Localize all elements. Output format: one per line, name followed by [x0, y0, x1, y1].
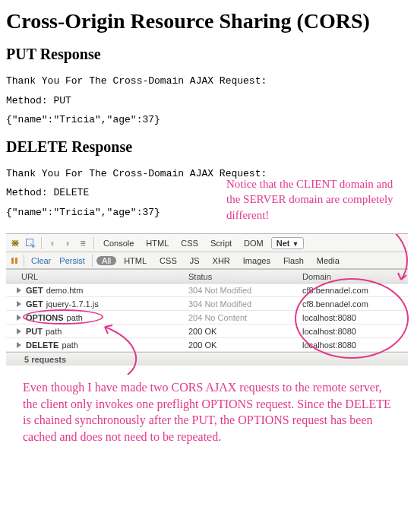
col-header-status[interactable]: Status	[188, 272, 302, 281]
network-table: URL Status Domain GET demo.htm304 Not Mo…	[6, 269, 408, 366]
put-body: {"name":"Tricia","age":37}	[6, 112, 408, 128]
row-url: PUT path	[6, 327, 188, 336]
filter-js[interactable]: JS	[185, 256, 205, 265]
row-domain: localhost:8080	[302, 313, 408, 322]
put-method: Method: PUT	[6, 93, 408, 109]
tab-console[interactable]: Console	[99, 238, 138, 249]
filter-css[interactable]: CSS	[154, 256, 182, 265]
row-url: DELETE path	[6, 340, 188, 350]
row-domain: cf8.bennadel.com	[302, 286, 408, 295]
row-domain: localhost:8080	[302, 327, 408, 336]
expand-triangle-icon[interactable]	[17, 342, 21, 348]
put-heading: PUT Response	[6, 46, 408, 63]
request-method: DELETE	[26, 340, 58, 350]
expand-triangle-icon[interactable]	[17, 301, 21, 307]
separator	[93, 237, 94, 249]
request-method: OPTIONS	[26, 313, 64, 322]
table-footer: 5 requests	[6, 352, 408, 366]
expand-triangle-icon[interactable]	[17, 315, 21, 321]
devtools-toolbar-1: ‹ › ≡ Console HTML CSS Script DOM Net▼	[6, 234, 408, 252]
table-row[interactable]: OPTIONS path204 No Contentlocalhost:8080	[6, 311, 408, 325]
expand-triangle-icon[interactable]	[17, 287, 21, 293]
separator	[41, 237, 42, 249]
delete-heading: DELETE Response	[6, 138, 408, 156]
row-status: 304 Not Modified	[188, 299, 302, 309]
page-title: Cross-Origin Resource Sharing (CORS)	[6, 9, 408, 33]
chevron-down-icon: ▼	[292, 240, 299, 248]
nav-fwd-icon[interactable]: ›	[62, 237, 74, 249]
tab-script[interactable]: Script	[206, 238, 236, 249]
request-method: GET	[26, 299, 43, 309]
svg-rect-6	[15, 258, 17, 264]
table-row[interactable]: PUT path200 OKlocalhost:8080	[6, 325, 408, 338]
row-domain: cf8.bennadel.com	[302, 299, 408, 309]
tab-net-label: Net	[277, 239, 290, 248]
row-url: OPTIONS path	[6, 313, 188, 322]
tab-net[interactable]: Net▼	[271, 237, 305, 249]
tab-html[interactable]: HTML	[141, 238, 173, 249]
separator	[92, 255, 93, 267]
filter-media[interactable]: Media	[311, 256, 345, 265]
request-url: path	[62, 340, 77, 350]
separator	[24, 255, 24, 267]
col-header-url[interactable]: URL	[6, 272, 188, 281]
col-header-domain[interactable]: Domain	[302, 272, 408, 281]
tab-css[interactable]: CSS	[176, 238, 203, 249]
inspect-icon[interactable]	[24, 237, 36, 249]
nav-back-icon[interactable]: ‹	[46, 237, 58, 249]
menu-icon[interactable]: ≡	[77, 237, 89, 249]
row-url: GET demo.htm	[6, 286, 188, 295]
row-domain: localhost:8080	[302, 340, 408, 350]
devtools-toolbar-2: Clear Persist All HTML CSS JS XHR Images…	[6, 252, 408, 269]
row-status: 200 OK	[188, 340, 302, 350]
svg-rect-5	[11, 258, 14, 264]
devtools-panel: Notice that the CLIENT domain and the SE…	[6, 233, 408, 366]
filter-flash[interactable]: Flash	[278, 256, 309, 265]
request-method: GET	[26, 286, 43, 295]
request-url: path	[46, 327, 62, 336]
filter-html[interactable]: HTML	[119, 256, 152, 265]
clear-button[interactable]: Clear	[28, 256, 54, 265]
request-url: path	[67, 313, 83, 322]
put-thanks: Thank You For The Cross-Domain AJAX Requ…	[6, 74, 408, 89]
row-status: 304 Not Modified	[188, 286, 302, 295]
annotation-top: Notice that the CLIENT domain and the SE…	[226, 176, 401, 223]
bug-icon[interactable]	[9, 237, 21, 249]
row-status: 204 No Content	[188, 313, 302, 322]
request-method: PUT	[26, 327, 43, 336]
row-url: GET jquery-1.7.1.js	[6, 299, 188, 309]
table-row[interactable]: DELETE path200 OKlocalhost:8080	[6, 338, 408, 352]
row-status: 200 OK	[188, 327, 302, 336]
annotation-bottom: Even though I have made two CORS AJAX re…	[6, 366, 408, 451]
filter-xhr[interactable]: XHR	[207, 256, 235, 265]
table-row[interactable]: GET demo.htm304 Not Modifiedcf8.bennadel…	[6, 283, 408, 297]
request-url: jquery-1.7.1.js	[46, 299, 99, 309]
filter-all[interactable]: All	[96, 256, 116, 265]
request-url: demo.htm	[46, 286, 84, 295]
table-header: URL Status Domain	[6, 270, 408, 283]
pause-icon[interactable]	[9, 255, 20, 266]
expand-triangle-icon[interactable]	[17, 328, 21, 334]
table-row[interactable]: GET jquery-1.7.1.js304 Not Modifiedcf8.b…	[6, 297, 408, 311]
filter-images[interactable]: Images	[238, 256, 276, 265]
tab-dom[interactable]: DOM	[239, 238, 268, 249]
persist-button[interactable]: Persist	[56, 256, 88, 265]
